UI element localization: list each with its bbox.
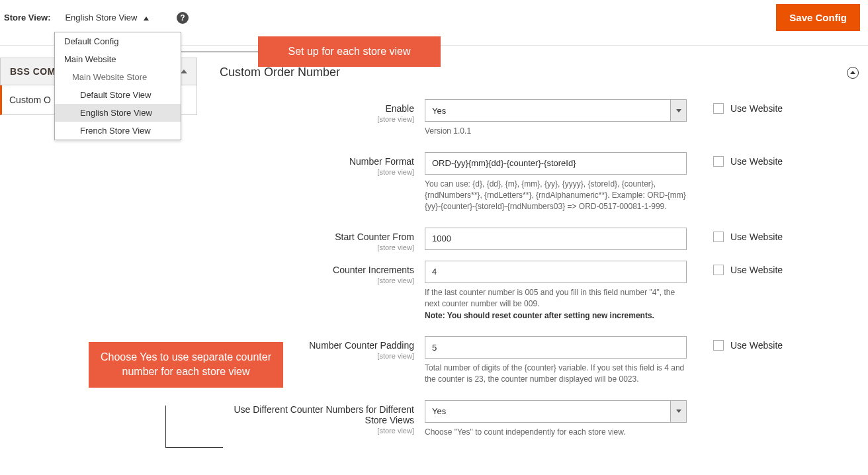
use-website-label: Use Website [730,156,783,167]
dd-main-website[interactable]: Main Website [55,50,181,68]
connector-line [165,447,223,448]
callout-top: Set up for each store view [258,36,441,67]
enable-label: Enable [385,103,414,114]
chevron-up-icon [181,69,187,73]
chevron-up-icon [850,71,855,74]
section-collapse-button[interactable] [847,67,859,79]
dd-english-store-view[interactable]: English Store View [55,104,181,122]
section-title: Custom Order Number [220,65,340,79]
enable-select-value: Yes [432,106,670,116]
counter-increments-scope: [store view] [220,277,414,284]
counter-padding-use-website-checkbox[interactable] [713,340,724,351]
counter-increments-use-website-checkbox[interactable] [713,265,724,275]
select-arrow-icon [670,100,686,121]
enable-scope: [store view] [220,115,414,123]
diff-counter-select[interactable]: Yes [425,400,687,423]
connector-line [165,406,166,447]
enable-use-website-checkbox[interactable] [713,103,724,114]
counter-increments-note: If the last counter number is 005 and yo… [425,287,687,322]
counter-increments-input[interactable] [425,261,687,283]
help-icon[interactable]: ? [177,12,189,24]
store-view-label: Store View: [4,13,51,22]
use-website-label: Use Website [730,103,783,114]
number-format-use-website-checkbox[interactable] [713,156,724,167]
save-config-button[interactable]: Save Config [776,4,860,31]
start-counter-scope: [store view] [220,243,414,251]
diff-counter-select-value: Yes [432,406,670,416]
dd-main-website-store: Main Website Store [55,68,181,86]
number-format-label: Number Format [349,156,414,167]
start-counter-label: Start Counter From [335,232,414,242]
diff-counter-note: Choose "Yes" to count independently for … [425,427,687,438]
enable-note: Version 1.0.1 [425,126,687,137]
connector-line [181,52,258,52]
store-view-value: English Store View [65,13,137,22]
counter-padding-label: Number Counter Padding [309,340,414,351]
enable-select[interactable]: Yes [425,99,687,122]
number-format-note: You can use: {d}, {dd}, {m}, {mm}, {yy},… [425,179,687,213]
diff-counter-label: Use Different Counter Numbers for Differ… [234,404,414,425]
dd-default-store-view[interactable]: Default Store View [55,86,181,104]
counter-padding-input[interactable] [425,336,687,359]
use-website-label: Use Website [730,232,783,242]
start-counter-input[interactable] [425,228,687,250]
store-view-dropdown[interactable]: Default Config Main Website Main Website… [54,32,181,140]
counter-padding-note: Total number of digits of the {counter} … [425,363,687,386]
callout-left: Choose Yes to use separate counter numbe… [89,342,283,388]
dd-french-store-view[interactable]: French Store View [55,122,181,140]
counter-increments-label: Counter Increments [333,265,414,275]
number-format-input[interactable] [425,152,687,175]
start-counter-use-website-checkbox[interactable] [713,232,724,242]
select-arrow-icon [670,401,686,422]
store-view-switcher[interactable]: English Store View [65,13,149,22]
use-website-label: Use Website [730,265,783,275]
dd-default-config[interactable]: Default Config [55,32,181,50]
use-website-label: Use Website [730,340,783,351]
diff-counter-scope: [store view] [220,427,414,435]
arrow-up-icon [144,17,149,21]
number-format-scope: [store view] [220,168,414,176]
